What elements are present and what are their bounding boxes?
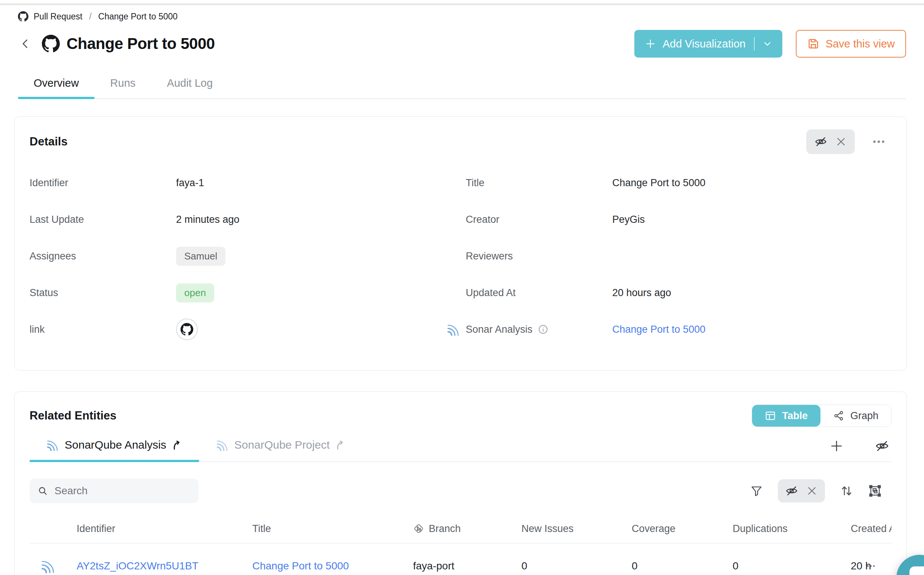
plus-icon [829, 439, 844, 453]
column-coverage: Coverage [622, 523, 723, 535]
field-label: Reviewers [466, 251, 612, 262]
row-identifier-link[interactable]: AY2tsZ_iOC2XWrn5U1BT [77, 560, 198, 572]
field-reviewers: Reviewers [466, 245, 891, 267]
filter-button[interactable] [750, 484, 763, 497]
field-label: Creator [466, 214, 612, 226]
back-button[interactable] [18, 36, 34, 52]
hide-properties-control[interactable] [806, 129, 855, 154]
blueprint-branch-icon [413, 523, 424, 534]
view-toggle: Table Graph [752, 405, 891, 427]
tab-overview[interactable]: Overview [18, 77, 95, 98]
group-properties-icon [868, 484, 882, 497]
sonarqube-icon [46, 438, 59, 452]
sonar-analysis-link[interactable]: Change Port to 5000 [612, 324, 705, 335]
field-updated-at: Updated At 20 hours ago [466, 282, 891, 303]
field-title: Title Change Port to 5000 [466, 172, 891, 194]
column-title: Title [242, 523, 403, 535]
search-icon [38, 485, 48, 497]
field-link: link [30, 319, 466, 340]
graph-view-button[interactable]: Graph [821, 405, 891, 427]
breadcrumb-current: Change Port to 5000 [98, 11, 178, 22]
save-icon [807, 37, 820, 50]
button-divider [754, 37, 755, 51]
group-properties-button[interactable] [868, 484, 882, 497]
row-menu-button[interactable] [865, 561, 876, 572]
table-row: AY2tsZ_iOC2XWrn5U1BT Change Port to 5000… [30, 543, 891, 575]
field-label: Updated At [466, 287, 612, 299]
add-visualization-label: Add Visualization [663, 38, 746, 50]
breadcrumb-root[interactable]: Pull Request [34, 11, 82, 22]
related-entities-card: Related Entities Table Graph SonarQube A… [14, 391, 907, 575]
title-row: Change Port to 5000 Add Visualization Sa… [18, 30, 906, 57]
field-value: Change Port to 5000 [612, 177, 705, 189]
field-identifier: Identifier faya-1 [30, 172, 466, 194]
tab-audit-log[interactable]: Audit Log [151, 77, 229, 98]
relation-arrow-icon [171, 439, 183, 451]
add-visualization-button[interactable]: Add Visualization [634, 30, 782, 57]
tab-sonarqube-analysis[interactable]: SonarQube Analysis [30, 438, 199, 461]
field-value: 2 minutes ago [176, 214, 239, 226]
sort-icon [840, 484, 853, 497]
tab-runs[interactable]: Runs [95, 77, 151, 98]
entity-tab-label: SonarQube Project [235, 438, 330, 451]
column-branch: Branch [403, 523, 512, 535]
field-value: faya-1 [176, 177, 204, 189]
column-created-at: Created At [839, 523, 891, 535]
details-menu-button[interactable] [871, 134, 886, 149]
github-link-button[interactable] [176, 319, 198, 340]
breadcrumb-separator: / [87, 11, 93, 22]
column-duplications: Duplications [723, 523, 839, 535]
save-view-label: Save this view [826, 38, 895, 50]
save-this-view-button[interactable]: Save this view [796, 30, 906, 57]
page-title: Change Port to 5000 [67, 35, 215, 53]
add-entity-button[interactable] [829, 439, 844, 453]
top-divider [0, 3, 924, 5]
column-new-issues: New Issues [512, 523, 622, 535]
search-input[interactable] [55, 485, 190, 497]
field-label: Assignees [30, 251, 176, 262]
row-title-link[interactable]: Change Port to 5000 [252, 560, 349, 572]
assignee-chip: Samuel [176, 247, 225, 266]
related-entities-table: Identifier Title Branch New Issues Cover… [30, 515, 891, 575]
chevron-left-icon [19, 37, 32, 50]
messenger-icon [909, 565, 924, 575]
sonarqube-icon [446, 322, 461, 337]
column-identifier: Identifier [67, 523, 242, 535]
field-sonar-analysis: Sonar Analysis Change Port to 5000 [466, 319, 891, 340]
eye-off-icon [785, 484, 798, 497]
kebab-menu-icon [871, 134, 886, 149]
hide-columns-control[interactable] [778, 479, 825, 502]
field-label: Title [466, 177, 612, 189]
details-card: Details Identifier faya-1 Last Upda [14, 116, 907, 370]
info-icon[interactable] [538, 324, 548, 335]
sort-button[interactable] [840, 484, 853, 497]
github-icon [181, 323, 193, 336]
field-label: Status [30, 287, 176, 299]
related-entities-heading: Related Entities [30, 409, 117, 423]
hide-tabs-button[interactable] [875, 439, 889, 453]
field-label: link [30, 324, 176, 335]
row-entity-icon [30, 558, 67, 574]
page-tabs: Overview Runs Audit Log [18, 77, 906, 99]
field-status: Status open [30, 282, 466, 303]
field-value: PeyGis [612, 214, 645, 226]
graph-view-label: Graph [850, 410, 878, 422]
field-assignees: Assignees Samuel [30, 245, 466, 267]
tab-sonarqube-project[interactable]: SonarQube Project [199, 438, 363, 461]
close-icon [835, 136, 846, 147]
row-branch: faya-port [403, 560, 512, 572]
relation-arrow-icon [335, 439, 346, 451]
github-icon [42, 35, 60, 53]
entity-tabs: SonarQube Analysis SonarQube Project [30, 438, 891, 462]
search-box[interactable] [30, 478, 198, 503]
close-icon [806, 485, 818, 497]
field-last-update: Last Update 2 minutes ago [30, 209, 466, 230]
filter-icon [750, 484, 763, 497]
graph-icon [833, 410, 845, 421]
table-view-button[interactable]: Table [752, 405, 821, 427]
row-coverage: 0 [622, 560, 723, 572]
field-creator: Creator PeyGis [466, 209, 891, 230]
row-new-issues: 0 [512, 560, 622, 572]
plus-icon [645, 38, 656, 49]
field-label: Identifier [30, 177, 176, 189]
